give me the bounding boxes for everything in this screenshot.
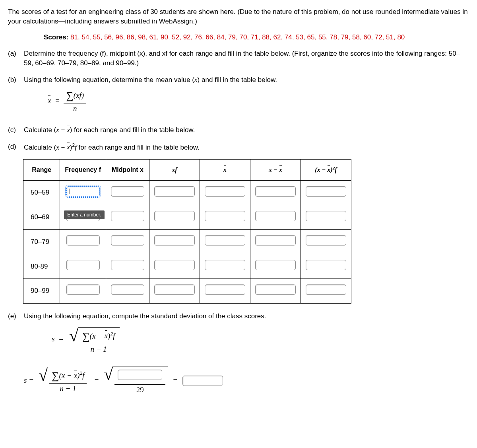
data-table: Range Frequency f Midpoint x xf x x − x … — [23, 159, 351, 304]
sd-numerator-input[interactable] — [118, 370, 162, 380]
xf-input-50-59[interactable] — [154, 186, 195, 197]
part-b-text: Using the following equation, determine … — [24, 76, 277, 84]
mid-input-90-99[interactable] — [111, 284, 144, 295]
xmx-input-50-59[interactable] — [255, 186, 296, 197]
sd-equation-display: s = √ ∑(x − x)2f n − 1 — [52, 327, 469, 355]
freq-input-50-59[interactable] — [66, 186, 100, 197]
part-c-text: Calculate (x − x) for each range and fil… — [24, 125, 469, 135]
part-e: (e) Using the following equation, comput… — [8, 312, 469, 359]
part-b: (b) Using the following equation, determ… — [8, 75, 469, 118]
col-range: Range — [23, 160, 60, 181]
part-d: (d) Calculate (x − x)2f for each range a… — [8, 142, 469, 152]
col-xf: xf — [149, 160, 200, 181]
xf-input-60-69[interactable] — [154, 211, 195, 221]
sd-denominator-value: 29 — [114, 385, 165, 395]
scores-values: 81, 54, 55, 56, 96, 86, 98, 61, 90, 52, … — [70, 33, 405, 41]
part-e-label: (e) — [8, 312, 24, 359]
part-d-text: Calculate (x − x)2f for each range and f… — [24, 142, 469, 152]
freq-input-90-99[interactable] — [66, 284, 100, 295]
xf-input-70-79[interactable] — [154, 235, 195, 245]
table-row: 50–59 Enter a number. — [23, 180, 351, 205]
xbar-input-70-79[interactable] — [205, 235, 245, 245]
xf-input-80-89[interactable] — [154, 260, 195, 270]
xmx-input-90-99[interactable] — [255, 284, 296, 295]
range-cell: 60–69 — [23, 205, 60, 230]
part-d-label: (d) — [8, 142, 24, 152]
freq-input-80-89[interactable] — [66, 260, 100, 270]
xmx2f-input-80-89[interactable] — [306, 260, 346, 270]
freq-input-70-79[interactable] — [66, 235, 100, 245]
col-frequency: Frequency f — [60, 160, 106, 181]
part-b-label: (b) — [8, 75, 24, 118]
part-c-label: (c) — [8, 125, 24, 135]
table-row: 80-89 — [23, 254, 351, 279]
xbar-input-80-89[interactable] — [205, 260, 245, 270]
part-a-label: (a) — [8, 49, 24, 68]
table-row: 70–79 — [23, 230, 351, 254]
xmx2f-input-50-59[interactable] — [306, 186, 346, 197]
col-midpoint: Midpoint x — [106, 160, 149, 181]
xbar-input-60-69[interactable] — [205, 211, 245, 221]
mid-input-50-59[interactable] — [111, 186, 144, 197]
range-cell: 80-89 — [23, 254, 60, 279]
part-a-text: Determine the frequency (f), midpoint (x… — [24, 49, 469, 68]
col-xmx2f: (x − x)2f — [301, 160, 351, 181]
mid-input-60-69[interactable] — [111, 211, 144, 221]
xmx-input-80-89[interactable] — [255, 260, 296, 270]
mid-input-80-89[interactable] — [111, 260, 144, 270]
xmx2f-input-70-79[interactable] — [306, 235, 346, 245]
sd-result-input[interactable] — [182, 376, 223, 386]
xbar-input-50-59[interactable] — [205, 186, 245, 197]
col-xbar: x — [200, 160, 250, 181]
table-row: 90–99 — [23, 279, 351, 303]
sd-compute-row: s = √ ∑(x − x)2f n − 1 = √ 29 = — [24, 366, 469, 395]
xmx-input-70-79[interactable] — [255, 235, 296, 245]
xbar-input-90-99[interactable] — [205, 284, 245, 295]
mid-input-70-79[interactable] — [111, 235, 144, 245]
input-tooltip: Enter a number. — [64, 210, 104, 220]
xf-input-90-99[interactable] — [154, 284, 195, 295]
part-a: (a) Determine the frequency (f), midpoin… — [8, 49, 469, 68]
col-xmx: x − x — [250, 160, 301, 181]
xmx-input-60-69[interactable] — [255, 211, 296, 221]
scores-label: Scores: — [44, 33, 70, 41]
part-c: (c) Calculate (x − x) for each range and… — [8, 125, 469, 135]
scores-block: Scores: 81, 54, 55, 56, 96, 86, 98, 61, … — [44, 33, 469, 42]
part-e-text: Using the following equation, compute th… — [24, 312, 469, 321]
mean-equation: x = ∑(xf) n — [48, 89, 469, 114]
range-cell: 70–79 — [23, 230, 60, 254]
problem-intro: The scores of a test for an engineering … — [8, 7, 469, 26]
xmx2f-input-60-69[interactable] — [306, 211, 346, 221]
range-cell: 90–99 — [23, 279, 60, 303]
range-cell: 50–59 — [23, 180, 60, 205]
xmx2f-input-90-99[interactable] — [306, 284, 346, 295]
